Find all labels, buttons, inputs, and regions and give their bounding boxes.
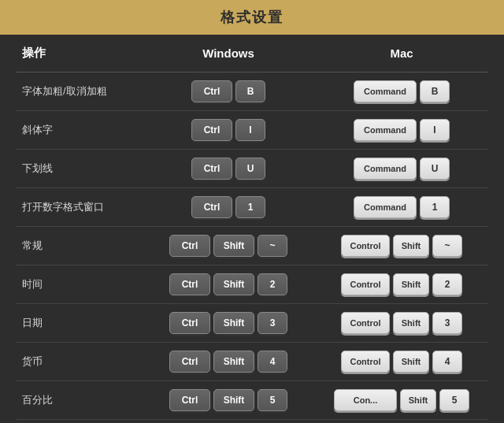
key-badge: Shift: [393, 235, 429, 257]
key-badge: 5: [258, 389, 287, 411]
key-badge: I: [235, 119, 265, 141]
key-badge: Control: [341, 273, 390, 295]
table-row: 常规CtrlShift~ControlShift~: [16, 227, 488, 265]
key-badge: Con...: [334, 389, 397, 411]
mac-keys: CommandU: [315, 150, 488, 188]
key-badge: 5: [439, 389, 469, 411]
key-badge: Ctrl: [191, 80, 232, 102]
key-badge: 4: [258, 351, 287, 373]
key-badge: Shift: [213, 273, 254, 295]
key-badge: Command: [354, 158, 417, 180]
mac-keys: Command1: [315, 188, 488, 227]
key-badge: 3: [432, 312, 462, 334]
key-badge: Shift: [400, 389, 436, 411]
mac-keys: Con...Shift5: [315, 381, 488, 420]
key-badge: Command: [354, 80, 417, 102]
row-label: 日期: [16, 304, 142, 343]
key-badge: I: [420, 119, 450, 141]
key-badge: Ctrl: [169, 351, 210, 373]
row-label: 打开数字格式窗口: [16, 188, 142, 227]
table-row: 打开数字格式窗口Ctrl1Command1: [16, 188, 488, 227]
windows-keys: CtrlShift5: [142, 381, 315, 420]
table-row: 货币CtrlShift4ControlShift4: [16, 343, 488, 381]
header-mac: Mac: [315, 35, 488, 72]
key-badge: B: [420, 80, 450, 102]
windows-keys: CtrlShift~: [142, 227, 315, 265]
key-badge: Ctrl: [169, 235, 210, 257]
table-row: 下划线CtrlUCommandU: [16, 150, 488, 188]
row-label: 下划线: [16, 150, 142, 188]
key-badge: Ctrl: [191, 196, 232, 218]
windows-keys: CtrlI: [142, 111, 315, 150]
windows-keys: CtrlShift2: [142, 265, 315, 304]
header-windows: Windows: [142, 35, 315, 72]
key-badge: Ctrl: [169, 389, 210, 411]
row-label: 字体加粗/取消加粗: [16, 72, 142, 111]
table-row: 字体加粗/取消加粗CtrlBCommandB: [16, 72, 488, 111]
table-row: 百分比CtrlShift5Con...Shift5: [16, 381, 488, 420]
key-badge: 2: [432, 273, 462, 295]
key-badge: Control: [341, 312, 390, 334]
row-label: 常规: [16, 227, 142, 265]
key-badge: Command: [354, 196, 417, 218]
key-badge: Ctrl: [191, 158, 232, 180]
windows-keys: CtrlB: [142, 72, 315, 111]
row-label: 货币: [16, 343, 142, 381]
windows-keys: CtrlU: [142, 150, 315, 188]
key-badge: Control: [341, 235, 390, 257]
key-badge: B: [235, 80, 265, 102]
table-row: 时间CtrlShift2ControlShift2: [16, 265, 488, 304]
key-badge: Ctrl: [191, 119, 232, 141]
shortcuts-table: 操作 Windows Mac 字体加粗/取消加粗CtrlBCommandB斜体字…: [16, 35, 488, 420]
mac-keys: ControlShift4: [315, 343, 488, 381]
key-badge: 4: [432, 351, 462, 373]
header-operation: 操作: [16, 35, 142, 72]
key-badge: Shift: [393, 312, 429, 334]
row-label: 斜体字: [16, 111, 142, 150]
key-badge: Control: [341, 351, 390, 373]
key-badge: 3: [258, 312, 287, 334]
table-row: 日期CtrlShift3ControlShift3: [16, 304, 488, 343]
mac-keys: ControlShift3: [315, 304, 488, 343]
key-badge: Shift: [213, 351, 254, 373]
windows-keys: CtrlShift3: [142, 304, 315, 343]
key-badge: Ctrl: [169, 273, 210, 295]
key-badge: Shift: [393, 351, 429, 373]
table-row: 斜体字CtrlICommandI: [16, 111, 488, 150]
mac-keys: ControlShift~: [315, 227, 488, 265]
key-badge: ~: [258, 235, 287, 257]
windows-keys: CtrlShift4: [142, 343, 315, 381]
row-label: 时间: [16, 265, 142, 304]
mac-keys: CommandI: [315, 111, 488, 150]
key-badge: Shift: [213, 235, 254, 257]
key-badge: Shift: [213, 389, 254, 411]
main-content: 操作 Windows Mac 字体加粗/取消加粗CtrlBCommandB斜体字…: [0, 35, 504, 420]
key-badge: 1: [420, 196, 450, 218]
mac-keys: ControlShift2: [315, 265, 488, 304]
table-header-row: 操作 Windows Mac: [16, 35, 488, 72]
key-badge: U: [235, 158, 265, 180]
key-badge: ~: [432, 235, 462, 257]
key-badge: Shift: [393, 273, 429, 295]
page-title: 格式设置: [220, 9, 284, 25]
key-badge: Ctrl: [169, 312, 210, 334]
key-badge: Shift: [213, 312, 254, 334]
mac-keys: CommandB: [315, 72, 488, 111]
row-label: 百分比: [16, 381, 142, 420]
key-badge: 2: [258, 273, 287, 295]
key-badge: U: [420, 158, 450, 180]
key-badge: Command: [354, 119, 417, 141]
key-badge: 1: [235, 196, 265, 218]
title-bar: 格式设置: [0, 0, 504, 35]
windows-keys: Ctrl1: [142, 188, 315, 227]
